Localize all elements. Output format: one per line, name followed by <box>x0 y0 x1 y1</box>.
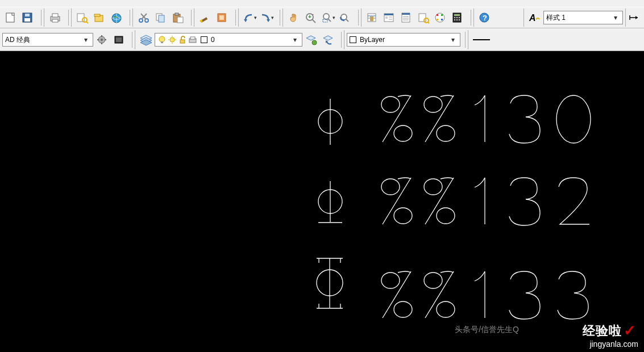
svg-point-113 <box>437 208 455 224</box>
svg-point-112 <box>424 179 442 195</box>
cut-button[interactable] <box>135 9 152 26</box>
text-style-combo[interactable]: 样式 1 ▾ <box>543 11 623 24</box>
copy-button[interactable] <box>152 9 169 26</box>
save-button[interactable] <box>19 9 36 26</box>
quickcalc-button[interactable] <box>449 9 466 26</box>
svg-point-125 <box>437 301 455 317</box>
print-button[interactable] <box>47 9 64 26</box>
text-style-value: 样式 1 <box>546 13 611 23</box>
svg-point-105 <box>437 125 455 141</box>
svg-text:-: - <box>312 11 314 17</box>
publish-button[interactable] <box>91 9 108 26</box>
svg-point-106 <box>556 95 591 143</box>
svg-rect-63 <box>456 17 458 18</box>
zoom-window-button[interactable]: ▾ <box>319 9 336 26</box>
symbol-phi-2 <box>315 179 361 233</box>
layer-properties-button[interactable] <box>138 31 155 48</box>
preview-button[interactable] <box>74 9 91 26</box>
svg-rect-64 <box>459 17 460 18</box>
design-center-button[interactable] <box>381 9 398 26</box>
symbol-phi-3 <box>311 254 363 316</box>
svg-point-87 <box>170 37 174 42</box>
svg-rect-81 <box>116 37 122 42</box>
svg-rect-86 <box>161 41 163 43</box>
svg-point-110 <box>381 179 400 195</box>
toolbar-row-1: ▾ ▾ +- ▾ ? A 样式 1 ▾ <box>0 7 644 28</box>
svg-rect-0 <box>6 13 14 22</box>
watermark-brand: 经验 啦 ✓ <box>583 322 636 340</box>
svg-rect-44 <box>385 16 388 19</box>
svg-text:A: A <box>529 13 536 23</box>
svg-line-54 <box>428 22 429 23</box>
svg-rect-48 <box>402 13 410 15</box>
drawing-canvas[interactable]: 经验 啦 ✓ 头条号/信誉先生Q jingyanla.com <box>0 51 644 352</box>
tool-palettes-button[interactable] <box>398 9 415 26</box>
undo-button[interactable]: ▾ <box>241 9 258 26</box>
svg-rect-62 <box>454 17 455 18</box>
sun-icon <box>168 35 177 44</box>
svg-point-123 <box>394 301 412 317</box>
svg-rect-65 <box>454 19 455 20</box>
svg-point-102 <box>381 97 400 112</box>
paste-button[interactable] <box>169 9 186 26</box>
dim-style-icon[interactable] <box>628 9 639 26</box>
svg-point-122 <box>381 273 400 288</box>
brand-zh: 经验 <box>583 322 609 340</box>
svg-rect-43 <box>384 14 393 15</box>
svg-line-33 <box>328 19 331 22</box>
chevron-down-icon: ▾ <box>448 36 458 44</box>
svg-rect-59 <box>441 19 443 20</box>
svg-rect-66 <box>456 19 458 20</box>
svg-rect-61 <box>454 14 460 16</box>
help-button[interactable]: ? <box>476 9 493 26</box>
svg-rect-20 <box>175 13 178 15</box>
markup-button[interactable] <box>432 9 449 26</box>
svg-line-36 <box>346 19 348 22</box>
text-style-icon[interactable]: A <box>526 9 543 26</box>
layer-previous-button[interactable] <box>319 31 336 48</box>
svg-marker-73 <box>635 16 638 19</box>
workspace-value: AD 经典 <box>5 35 81 45</box>
svg-rect-5 <box>52 14 58 17</box>
svg-point-96 <box>312 40 317 45</box>
symbol-phi-1 <box>315 97 361 148</box>
layer-combo[interactable]: 0 ▾ <box>155 33 302 47</box>
color-combo[interactable]: ByLayer ▾ <box>347 33 460 47</box>
svg-rect-41 <box>370 16 373 21</box>
svg-rect-57 <box>441 14 443 16</box>
svg-line-29 <box>312 19 315 23</box>
linetype-combo-partial[interactable] <box>471 33 493 47</box>
web-button[interactable] <box>108 9 125 26</box>
color-swatch <box>350 36 356 43</box>
sheet-set-button[interactable] <box>415 9 432 26</box>
svg-marker-26 <box>244 19 247 22</box>
workspace-lock-button[interactable] <box>110 31 127 48</box>
pan-button[interactable] <box>285 9 302 26</box>
watermark-source: 头条号/信誉先生Q <box>455 325 519 335</box>
zoom-previous-button[interactable] <box>336 9 354 26</box>
svg-point-104 <box>424 97 442 112</box>
match-properties-button[interactable] <box>197 9 214 26</box>
workspace-combo[interactable]: AD 经典 ▾ <box>2 33 93 47</box>
properties-button[interactable] <box>364 9 381 26</box>
color-value: ByLayer <box>360 36 448 44</box>
watermark-url: jingyanla.com <box>589 340 638 349</box>
svg-point-124 <box>424 273 442 288</box>
new-button[interactable] <box>2 9 19 26</box>
redo-button[interactable]: ▾ <box>258 9 275 26</box>
plot-icon <box>188 35 197 44</box>
chevron-down-icon: ▾ <box>81 36 90 44</box>
zoom-realtime-button[interactable]: +- <box>302 9 319 26</box>
svg-point-85 <box>159 36 165 42</box>
brand-la: 啦 <box>609 322 621 340</box>
svg-rect-52 <box>419 14 426 22</box>
workspace-settings-button[interactable] <box>93 31 110 48</box>
svg-rect-11 <box>94 14 100 16</box>
svg-rect-18 <box>159 15 164 22</box>
color-swatch <box>201 36 207 43</box>
block-editor-button[interactable] <box>214 9 231 26</box>
svg-marker-97 <box>323 36 333 40</box>
svg-rect-56 <box>437 14 438 16</box>
layer-states-button[interactable] <box>302 31 319 48</box>
svg-rect-21 <box>177 17 183 23</box>
